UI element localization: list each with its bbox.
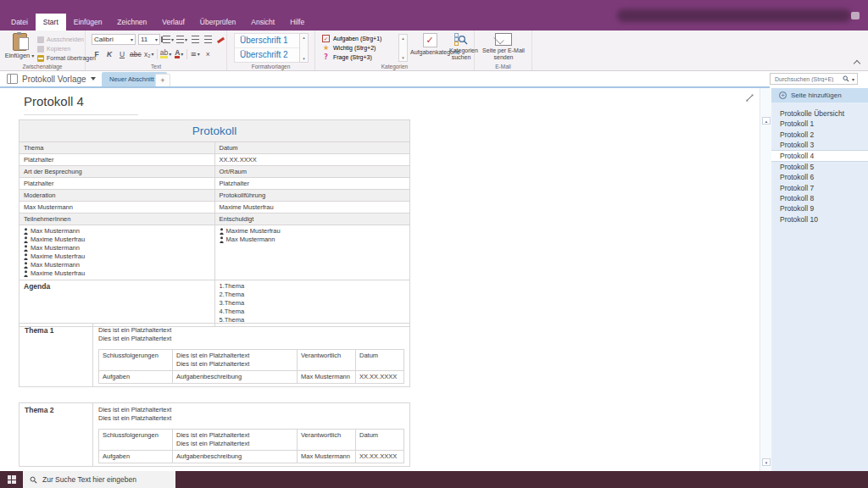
- categories-scrollbar[interactable]: ▴▾: [398, 34, 408, 62]
- page-title[interactable]: Protokoll 4: [24, 94, 84, 108]
- menu-tab[interactable]: Start: [36, 14, 66, 30]
- strikethrough-button[interactable]: abc: [130, 48, 142, 59]
- taskbar-search-placeholder: Zur Suche Text hier eingeben: [42, 475, 136, 484]
- page-list-sidebar: + Seite hinzufügen Protokolle ÜbersichtP…: [771, 88, 868, 471]
- responsible-value: Max Mustermann: [298, 451, 356, 463]
- chevron-down-icon: ▾: [198, 51, 200, 57]
- page-list-item[interactable]: Protokoll 9: [771, 203, 868, 214]
- format-brush-button[interactable]: [215, 34, 225, 45]
- menu-tab[interactable]: Zeichnen: [109, 14, 154, 30]
- style-heading1[interactable]: Überschrift 1: [235, 34, 299, 48]
- topic-title: Thema 1: [19, 324, 93, 387]
- increase-indent-button[interactable]: [203, 34, 213, 45]
- titlebar-notification-icon[interactable]: [851, 12, 860, 19]
- redacted-account-name: [617, 9, 851, 22]
- taskbar-search-box[interactable]: Zur Suche Text hier eingeben: [23, 471, 175, 488]
- responsible-label: Verantwortlich: [298, 350, 356, 371]
- notebook-search-box[interactable]: ▾: [770, 73, 858, 85]
- page-list-item[interactable]: Protokoll 10: [771, 214, 868, 225]
- underline-button[interactable]: U: [117, 48, 127, 59]
- font-family-select[interactable]: Calibri▾: [92, 34, 136, 45]
- titlebar: DateiStartEinfügenZeichnenVerlaufÜberprü…: [0, 0, 868, 30]
- style-heading2[interactable]: Überschrift 2: [235, 48, 299, 62]
- decrease-indent-button[interactable]: [190, 34, 200, 45]
- font-size-select[interactable]: 11▾: [138, 34, 160, 45]
- bullet-list-icon: [163, 36, 170, 43]
- excused-item: Maxime Musterfrau: [220, 227, 406, 236]
- task-category-button[interactable]: ✓ Aufgabenkategorie: [410, 33, 449, 56]
- category-item[interactable]: Wichtig (Strg+2): [322, 43, 397, 53]
- font-color-button[interactable]: A▾: [174, 48, 184, 59]
- scroll-down-button[interactable]: ▾: [762, 458, 771, 466]
- page-list-item[interactable]: Protokoll 5: [771, 162, 868, 172]
- page-list-item[interactable]: Protokoll 6: [771, 172, 868, 182]
- scroll-up-icon[interactable]: ▴: [402, 36, 404, 41]
- scissors-icon: [37, 36, 44, 43]
- date-label: Datum: [356, 350, 404, 371]
- paragraph-align-button[interactable]: ≡▾: [190, 48, 200, 59]
- expand-page-icon[interactable]: [745, 93, 754, 103]
- start-button[interactable]: [0, 471, 23, 488]
- notebook-name: Protokoll Vorlage: [22, 75, 86, 84]
- participants-list: Max Mustermann Maxime Musterfrau Max Mus…: [24, 227, 210, 278]
- menu-tab[interactable]: Überprüfen: [192, 14, 244, 30]
- decrease-indent-icon: [192, 36, 199, 43]
- date-value: XX.XX.XXXX: [356, 371, 404, 384]
- collapse-ribbon-icon[interactable]: [854, 60, 860, 67]
- menu-tab[interactable]: Datei: [3, 14, 36, 30]
- notebook-dropdown[interactable]: Protokoll Vorlage: [7, 74, 96, 84]
- responsible-label: Verantwortlich: [298, 430, 356, 451]
- page-list-item[interactable]: Protokoll 4: [771, 150, 868, 162]
- menu-tab[interactable]: Einfügen: [66, 14, 110, 30]
- task-description: Aufgabenbeschreibung: [173, 371, 298, 384]
- scroll-down-icon[interactable]: ▾: [303, 56, 305, 61]
- topic-title: Thema 2: [19, 403, 93, 467]
- page-scrollbar[interactable]: ▴ ▾: [760, 88, 771, 471]
- bold-button[interactable]: F: [92, 48, 102, 59]
- menu-tab[interactable]: Verlauf: [154, 14, 192, 30]
- page-list-item[interactable]: Protokolle Übersicht: [771, 108, 868, 119]
- chevron-down-icon: ▾: [181, 51, 183, 57]
- add-page-button[interactable]: + Seite hinzufügen: [771, 88, 868, 103]
- ribbon-group-styles: Überschrift 1 Überschrift 2 ▴▾ Formatvor…: [227, 30, 315, 70]
- subscript-button[interactable]: x₂▾: [144, 48, 154, 59]
- page-list-item[interactable]: Protokoll 1: [771, 119, 868, 129]
- page-list-item[interactable]: Protokoll 2: [771, 130, 868, 140]
- participant-item: Max Mustermann: [24, 261, 210, 269]
- topic-paragraph: Dies ist ein PlatzhaltertextDies ist ein…: [98, 406, 404, 423]
- notebook-search-input[interactable]: [773, 75, 840, 83]
- envelope-icon: [495, 33, 512, 46]
- send-page-email-button[interactable]: Seite per E-Mail senden: [481, 33, 526, 61]
- scroll-up-icon[interactable]: ▴: [303, 35, 305, 40]
- plus-circle-icon: +: [779, 92, 787, 99]
- find-categories-button[interactable]: Kategorien suchen: [449, 33, 473, 61]
- agenda-item: 3.Thema: [220, 299, 406, 308]
- scroll-up-button[interactable]: ▴: [762, 117, 771, 125]
- search-icon: [843, 75, 849, 82]
- page-list-item[interactable]: Protokoll 3: [771, 140, 868, 150]
- bullet-list-button[interactable]: ▾: [163, 34, 174, 45]
- category-item[interactable]: Aufgaben (Strg+1): [322, 34, 397, 43]
- table-row: Thema Datum: [19, 142, 410, 154]
- menu-tab[interactable]: Ansicht: [243, 14, 282, 30]
- italic-button[interactable]: K: [104, 48, 114, 59]
- page-list-item[interactable]: Protokoll 8: [771, 193, 868, 203]
- page-list-item[interactable]: Protokoll 7: [771, 183, 868, 193]
- page-canvas[interactable]: Protokoll 4 Protokoll Thema Datum Platzh…: [0, 88, 760, 471]
- agenda-item: 4.Thema: [220, 308, 406, 316]
- clear-formatting-button[interactable]: ×: [203, 48, 213, 59]
- text-highlight-button[interactable]: ab▾: [160, 48, 171, 59]
- person-icon: [24, 253, 28, 260]
- menu-tab[interactable]: Hilfe: [282, 14, 312, 30]
- paste-button[interactable]: Einfügen ▾: [4, 33, 35, 59]
- category-icon: [322, 35, 330, 42]
- chevron-down-icon: ▾: [155, 36, 158, 42]
- scroll-down-icon[interactable]: ▾: [402, 55, 404, 60]
- numbered-list-button[interactable]: ▾: [176, 34, 187, 45]
- category-item[interactable]: Frage (Strg+3): [322, 53, 397, 62]
- topic-table-1: Thema 1 Dies ist ein PlatzhaltertextDies…: [19, 323, 410, 387]
- increase-indent-icon: [204, 36, 212, 43]
- windows-logo-icon: [8, 475, 16, 484]
- new-section-button[interactable]: +: [155, 74, 170, 86]
- styles-scrollbar[interactable]: ▴▾: [299, 33, 309, 63]
